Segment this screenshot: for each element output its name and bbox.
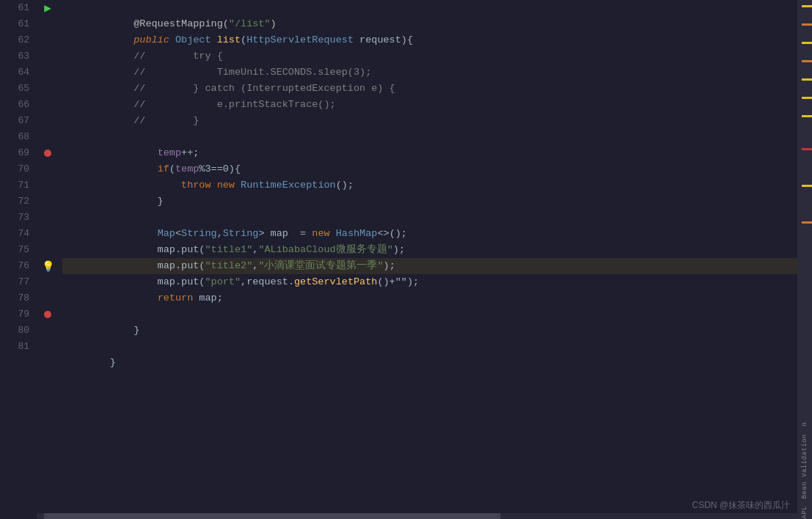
scroll-mark xyxy=(802,78,812,81)
scroll-mark xyxy=(802,5,812,7)
hint-bulb-icon[interactable]: 💡 xyxy=(42,260,54,273)
breakpoint-icon[interactable] xyxy=(44,150,51,157)
code-line: temp++; xyxy=(62,129,797,145)
gutter: ▶ 💡 xyxy=(37,0,59,519)
watermark: CSDN @抹茶味的西瓜汁 xyxy=(692,499,790,512)
scroll-mark xyxy=(802,60,812,62)
line-numbers: 61 61 62 63 64 65 66 67 68 69 70 71 72 7… xyxy=(0,0,37,519)
editor-container: 61 61 62 63 64 65 66 67 68 69 70 71 72 7… xyxy=(0,0,812,519)
horizontal-scrollbar[interactable] xyxy=(37,513,797,519)
scroll-mark xyxy=(802,148,812,150)
code-lines: @RequestMapping("/list") public Object l… xyxy=(59,0,797,519)
right-sidebar: n Bean Validation APL xyxy=(797,0,812,519)
code-line: } xyxy=(62,339,797,355)
sidebar-label-n: n xyxy=(801,422,808,426)
code-line: Map<String,String> map = new HashMap<>()… xyxy=(62,210,797,226)
sidebar-label-apl: APL xyxy=(801,506,808,519)
run-icon[interactable]: ▶ xyxy=(44,1,51,15)
code-line xyxy=(62,323,797,339)
code-line xyxy=(62,194,797,210)
scroll-thumb[interactable] xyxy=(44,513,500,519)
sidebar-marks xyxy=(797,1,812,418)
scroll-mark xyxy=(802,221,812,224)
scroll-mark xyxy=(802,185,812,187)
scroll-mark xyxy=(802,42,812,44)
code-line: } xyxy=(62,306,797,323)
scroll-mark xyxy=(802,23,812,26)
scroll-mark xyxy=(802,97,812,99)
scroll-mark xyxy=(802,115,812,117)
code-line: @RequestMapping("/list") xyxy=(62,0,797,16)
breakpoint-icon-2[interactable] xyxy=(44,311,51,318)
code-area: 61 61 62 63 64 65 66 67 68 69 70 71 72 7… xyxy=(0,0,812,519)
sidebar-label-bean: Bean Validation xyxy=(801,434,808,499)
